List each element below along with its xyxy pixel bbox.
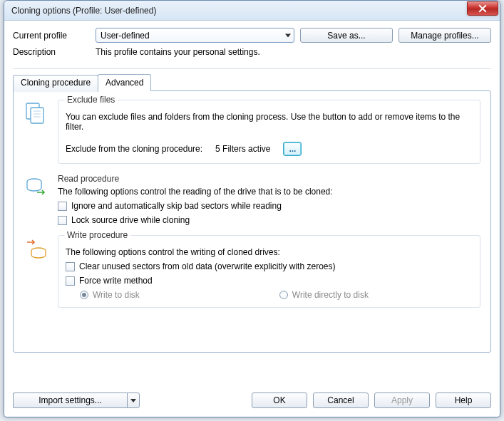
svg-rect-1 [31, 108, 43, 123]
checkbox-clear-unused[interactable] [66, 262, 75, 271]
write-text: The following options control the writin… [66, 247, 473, 257]
write-legend: Write procedure [64, 230, 130, 240]
cancel-button[interactable]: Cancel [313, 393, 369, 408]
write-procedure-icon [24, 235, 49, 308]
read-opt1-label: Ignore and automatically skip bad sector… [71, 201, 282, 211]
save-as-button[interactable]: Save as... [300, 28, 393, 43]
write-fieldset: Write procedure The following options co… [58, 235, 480, 308]
radio-write-to-disk-label: Write to disk [93, 290, 140, 300]
window-title: Cloning options (Profile: User-defined) [11, 6, 467, 16]
tab-content-advanced: Exclude files You can exclude files and … [13, 90, 491, 353]
import-settings-splitbutton[interactable]: Import settings... [13, 393, 140, 408]
group-exclude-files: Exclude files You can exclude files and … [24, 100, 480, 164]
checkbox-lock-source[interactable] [58, 216, 67, 225]
chevron-down-icon [130, 399, 136, 402]
write-opt2-label: Force write method [79, 276, 153, 286]
exclude-status: 5 Filters active [215, 144, 270, 154]
dialog: Cloning options (Profile: User-defined) … [4, 0, 500, 417]
write-opt2-row: Force write method [66, 276, 473, 286]
chevron-down-icon [285, 33, 291, 37]
write-opt1-row: Clear unused sectors from old data (over… [66, 261, 473, 271]
read-opt2-row: Lock source drive while cloning [58, 215, 480, 225]
ok-button[interactable]: OK [252, 393, 307, 408]
description-text: This profile contains your personal sett… [96, 47, 260, 57]
tabs: Cloning procedure Advanced E [13, 75, 491, 353]
group-write-procedure: Write procedure The following options co… [24, 235, 480, 308]
profile-combo[interactable]: User-defined [96, 28, 294, 43]
client-area: Current profile User-defined Save as... … [4, 21, 500, 353]
exclude-text: You can exclude files and folders from t… [66, 112, 473, 132]
checkbox-ignore-bad-sectors[interactable] [58, 202, 67, 211]
exclude-files-icon [24, 100, 49, 164]
help-button[interactable]: Help [436, 393, 491, 408]
radio-write-to-disk [80, 291, 88, 299]
tab-cloning-procedure[interactable]: Cloning procedure [13, 75, 98, 92]
footer: Import settings... OK Cancel Apply Help [4, 385, 500, 417]
close-icon [478, 4, 487, 13]
tab-advanced[interactable]: Advanced [98, 74, 151, 91]
current-profile-label: Current profile [13, 31, 90, 41]
read-procedure-icon [24, 174, 49, 225]
exclude-fieldset: Exclude files You can exclude files and … [58, 100, 480, 164]
write-radio-row: Write to disk Write directly to disk [80, 290, 473, 300]
close-button[interactable] [467, 1, 498, 16]
titlebar: Cloning options (Profile: User-defined) [4, 1, 500, 21]
group-read-procedure: Read procedure The following options con… [24, 174, 480, 225]
profile-combo-value: User-defined [101, 31, 150, 41]
divider [13, 68, 491, 69]
exclude-label: Exclude from the cloning procedure: [66, 144, 202, 154]
profile-row: Current profile User-defined Save as... … [13, 28, 491, 43]
radio-write-directly [279, 291, 288, 299]
write-opt1-label: Clear unused sectors from old data (over… [79, 261, 335, 271]
read-opt1-row: Ignore and automatically skip bad sector… [58, 201, 480, 211]
read-opt2-label: Lock source drive while cloning [71, 215, 190, 225]
radio-write-directly-label: Write directly to disk [292, 290, 369, 300]
import-settings-dropdown[interactable] [127, 393, 140, 408]
read-fieldset: Read procedure The following options con… [58, 174, 480, 225]
import-settings-button[interactable]: Import settings... [13, 393, 127, 408]
description-row: Description This profile contains your p… [13, 47, 491, 57]
description-label: Description [13, 47, 90, 57]
read-text: The following options control the readin… [58, 187, 480, 197]
checkbox-force-write[interactable] [66, 276, 75, 286]
exclude-legend: Exclude files [64, 95, 118, 105]
exclude-filters-button[interactable]: ... [283, 142, 302, 156]
apply-button[interactable]: Apply [374, 393, 430, 408]
read-legend: Read procedure [58, 174, 480, 184]
manage-profiles-button[interactable]: Manage profiles... [398, 28, 491, 43]
